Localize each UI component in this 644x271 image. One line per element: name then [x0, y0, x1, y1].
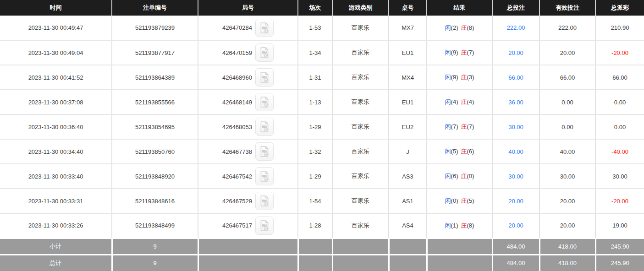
cell-table-number: AS3	[389, 164, 427, 189]
cell-bet-number: 521193848616	[112, 189, 198, 213]
cell-bet-number: 521193850760	[112, 139, 198, 164]
summary-total-bet: 484.00	[492, 255, 539, 271]
video-file-icon	[259, 170, 270, 182]
table-body: 2023-11-30 00:49:47 521193879239 4264702…	[0, 16, 644, 238]
column-header-bet_no: 注单编号	[112, 0, 198, 16]
result-banker-count: (0)	[467, 173, 474, 179]
result-player-label: 闲	[445, 49, 451, 56]
cell-valid-bet: 40.00	[539, 139, 595, 164]
cell-round-number: 426467542	[198, 164, 298, 189]
cell-bet-number: 521193864389	[112, 65, 198, 90]
cell-table-number: EU1	[389, 40, 427, 65]
result-player-count: (1)	[451, 222, 458, 229]
cell-round-number: 426467529	[198, 189, 298, 213]
cell-time: 2023-11-30 00:36:40	[0, 114, 112, 139]
cell-session: 1-31	[298, 65, 332, 90]
cell-table-number: EU2	[389, 114, 427, 139]
table-row: 2023-11-30 00:49:04 521193877917 4264701…	[0, 40, 644, 65]
summary-empty-table	[389, 255, 427, 271]
cell-time: 2023-11-30 00:37:08	[0, 90, 112, 114]
cell-game-type: 百家乐	[332, 65, 389, 90]
video-replay-button[interactable]	[255, 217, 274, 235]
cell-bet-number: 521193855566	[112, 90, 198, 114]
cell-result: 闲(7)庄(7)	[427, 114, 492, 139]
cell-result: 闲(1)庄(8)	[427, 213, 492, 238]
result-banker-count: (7)	[467, 49, 474, 56]
cell-time: 2023-11-30 00:33:40	[0, 164, 112, 189]
summary-empty-game-type	[332, 255, 389, 271]
cell-session: 1-54	[298, 189, 332, 213]
video-replay-button[interactable]	[255, 93, 274, 111]
video-replay-button[interactable]	[255, 43, 274, 62]
cell-game-type: 百家乐	[332, 16, 389, 40]
table-row: 2023-11-30 00:37:08 521193855566 4264681…	[0, 90, 644, 114]
result-player-count: (5)	[451, 148, 458, 155]
table-row: 2023-11-30 00:33:40 521193848920 4264675…	[0, 164, 644, 189]
video-replay-button[interactable]	[255, 19, 274, 37]
cell-total-bet: 20.00	[492, 189, 539, 213]
cell-total-bet: 40.00	[492, 139, 539, 164]
video-replay-button[interactable]	[255, 192, 274, 210]
summary-total-bet: 484.00	[492, 238, 539, 255]
summary-count: 9	[112, 238, 198, 255]
column-header-session: 场次	[298, 0, 332, 16]
summary-empty-result	[427, 255, 492, 271]
video-file-icon	[259, 71, 270, 83]
video-file-icon	[259, 121, 270, 133]
summary-empty-round	[198, 238, 298, 255]
result-banker-label: 庄	[461, 148, 467, 155]
summary-row: 小计 9 484.00 418.00 245.90	[0, 238, 644, 255]
cell-table-number: MX7	[389, 16, 427, 40]
bet-records-table: 时间注单编号局号场次游戏类别桌号结果总投注有效投注总派彩 2023-11-30 …	[0, 0, 644, 271]
result-player-count: (0)	[451, 197, 458, 204]
video-replay-button[interactable]	[255, 68, 274, 87]
cell-bet-number: 521193879239	[112, 16, 198, 40]
result-banker-label: 庄	[461, 49, 467, 56]
cell-valid-bet: 20.00	[539, 213, 595, 238]
column-header-result: 结果	[427, 0, 492, 16]
cell-result: 闲(5)庄(6)	[427, 139, 492, 164]
result-player-count: (2)	[451, 24, 458, 31]
result-banker-count: (6)	[467, 148, 474, 155]
cell-time: 2023-11-30 00:41:52	[0, 65, 112, 90]
result-player-count: (9)	[451, 49, 458, 56]
result-player-label: 闲	[445, 197, 451, 204]
cell-result: 闲(4)庄(4)	[427, 90, 492, 114]
column-header-round_no: 局号	[198, 0, 298, 16]
summary-count: 9	[112, 255, 198, 271]
column-header-time: 时间	[0, 0, 112, 16]
table-header-row: 时间注单编号局号场次游戏类别桌号结果总投注有效投注总派彩	[0, 0, 644, 16]
cell-result: 闲(2)庄(8)	[427, 16, 492, 40]
cell-game-type: 百家乐	[332, 189, 389, 213]
summary-empty-round	[198, 255, 298, 271]
video-replay-button[interactable]	[255, 118, 274, 136]
cell-total-payout: -20.00	[595, 189, 644, 213]
round-number-text: 426467529	[222, 198, 252, 205]
result-banker-count: (8)	[467, 222, 474, 229]
cell-total-payout: 0.00	[595, 114, 644, 139]
round-number-text: 426468960	[222, 74, 252, 81]
video-replay-button[interactable]	[255, 142, 274, 161]
result-player-label: 闲	[445, 74, 451, 81]
summary-empty-result	[427, 238, 492, 255]
round-number-text: 426467517	[222, 222, 252, 229]
cell-round-number: 426468960	[198, 65, 298, 90]
cell-bet-number: 521193877917	[112, 40, 198, 65]
round-number-text: 426468053	[222, 124, 252, 130]
cell-bet-number: 521193854695	[112, 114, 198, 139]
table-row: 2023-11-30 00:41:52 521193864389 4264689…	[0, 65, 644, 90]
table-row: 2023-11-30 00:33:26 521193848499 4264675…	[0, 213, 644, 238]
result-player-count: (7)	[451, 123, 458, 130]
result-banker-count: (4)	[467, 98, 474, 105]
cell-total-payout: 19.00	[595, 213, 644, 238]
summary-valid-bet: 418.00	[539, 255, 595, 271]
cell-time: 2023-11-30 00:33:31	[0, 189, 112, 213]
cell-total-bet: 20.00	[492, 40, 539, 65]
video-file-icon	[259, 47, 270, 59]
summary-total-payout: 245.90	[595, 238, 644, 255]
result-banker-label: 庄	[461, 222, 467, 229]
video-replay-button[interactable]	[255, 167, 274, 185]
cell-round-number: 426470159	[198, 40, 298, 65]
cell-session: 1-34	[298, 40, 332, 65]
cell-round-number: 426468053	[198, 114, 298, 139]
